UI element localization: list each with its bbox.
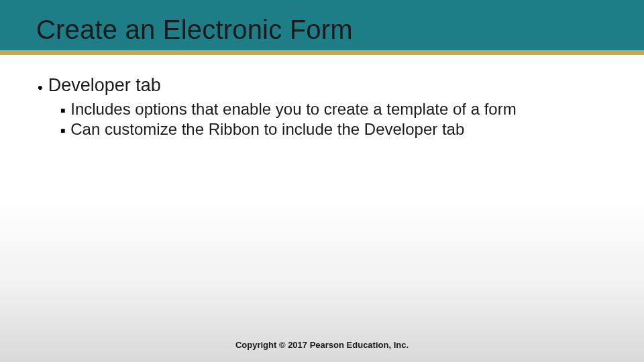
bullet-text: Can customize the Ribbon to include the …: [70, 120, 464, 139]
slide-title: Create an Electronic Form: [36, 15, 353, 45]
bullet-level1: • Developer tab: [38, 75, 606, 96]
slide-body: • Developer tab ■ Includes options that …: [38, 75, 606, 139]
bullet-level2: ■ Can customize the Ribbon to include th…: [60, 120, 606, 139]
copyright-footer: Copyright © 2017 Pearson Education, Inc.: [0, 340, 644, 350]
bullet-text: Developer tab: [48, 75, 161, 96]
slide: Create an Electronic Form • Developer ta…: [0, 0, 644, 362]
title-underline: [0, 50, 644, 55]
bullet-square-icon: ■: [60, 127, 65, 135]
bullet-square-icon: ■: [60, 107, 65, 115]
bullet-level2: ■ Includes options that enable you to cr…: [60, 100, 606, 119]
bullet-dot-icon: •: [38, 80, 43, 95]
bullet-text: Includes options that enable you to crea…: [70, 100, 516, 119]
